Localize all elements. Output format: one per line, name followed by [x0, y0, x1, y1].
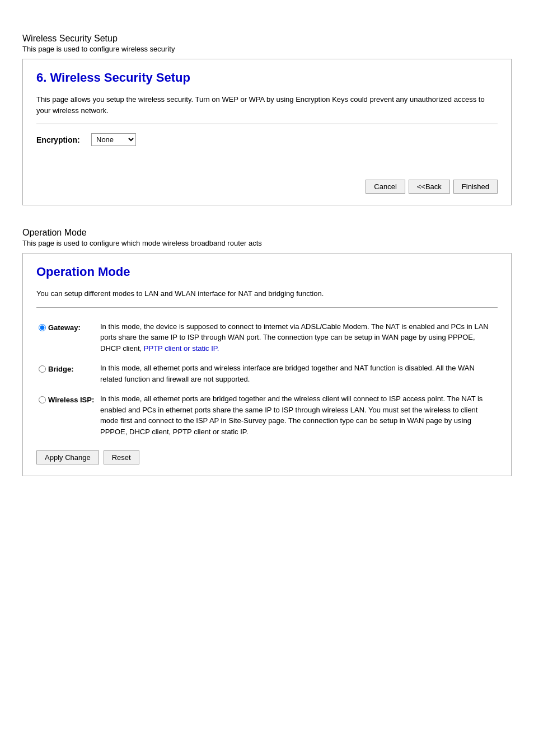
bridge-row: Bridge: In this mode, all ethernet ports… [36, 358, 498, 389]
section2-heading: Operation Mode [22, 228, 512, 238]
operation-mode-panel: Operation Mode You can setup different m… [22, 253, 512, 476]
panel1-description: This page allows you setup the wireless … [36, 94, 498, 116]
bridge-label[interactable]: Bridge: [39, 364, 96, 375]
wireless-isp-desc-text: In this mode, all ethernet ports are bri… [100, 395, 483, 436]
encryption-row: Encryption: None WEP WPA WPA2 [36, 133, 498, 146]
finished-button[interactable]: Finished [453, 180, 498, 194]
gateway-description: In this mode, the device is supposed to … [98, 317, 498, 359]
cancel-button[interactable]: Cancel [366, 180, 405, 194]
apply-change-button[interactable]: Apply Change [36, 450, 99, 464]
wireless-isp-radio[interactable] [39, 396, 46, 403]
gateway-label[interactable]: Gateway: [39, 322, 96, 334]
bridge-radio-cell: Bridge: [36, 358, 98, 389]
section1-subheading: This page is used to configure wireless … [22, 45, 512, 53]
panel1-divider [36, 124, 498, 124]
panel2-button-row: Apply Change Reset [36, 450, 498, 464]
back-button[interactable]: <<Back [409, 180, 450, 194]
gateway-radio-cell: Gateway: [36, 317, 98, 359]
gateway-row: Gateway: In this mode, the device is sup… [36, 317, 498, 359]
pptp-text: PPTP client or static IP. [144, 344, 219, 353]
wireless-isp-radio-cell: Wireless ISP: [36, 389, 98, 442]
bridge-description: In this mode, all ethernet ports and wir… [98, 358, 498, 389]
bridge-label-text: Bridge: [48, 364, 74, 375]
gateway-radio[interactable] [39, 324, 46, 331]
bridge-desc-text: In this mode, all ethernet ports and wir… [100, 364, 475, 383]
bridge-radio[interactable] [39, 365, 46, 373]
section2-subheading: This page is used to configure which mod… [22, 239, 512, 247]
section1-heading: Wireless Security Setup [22, 34, 512, 44]
panel2-divider [36, 307, 498, 308]
wireless-isp-description: In this mode, all ethernet ports are bri… [98, 389, 498, 442]
panel1-title: 6. Wireless Security Setup [36, 71, 498, 85]
mode-table: Gateway: In this mode, the device is sup… [36, 317, 498, 442]
panel1-button-row: Cancel <<Back Finished [36, 180, 498, 194]
wireless-isp-row: Wireless ISP: In this mode, all ethernet… [36, 389, 498, 442]
gateway-label-text: Gateway: [48, 322, 81, 334]
wireless-isp-label[interactable]: Wireless ISP: [39, 395, 96, 406]
wireless-security-panel: 6. Wireless Security Setup This page all… [22, 59, 512, 205]
encryption-label: Encryption: [36, 135, 87, 144]
encryption-select[interactable]: None WEP WPA WPA2 [91, 133, 136, 146]
reset-button[interactable]: Reset [104, 450, 139, 464]
wireless-isp-label-text: Wireless ISP: [48, 395, 94, 406]
panel2-title: Operation Mode [36, 265, 498, 279]
panel2-description: You can setup different modes to LAN and… [36, 288, 498, 299]
gateway-desc-text: In this mode, the device is supposed to … [100, 322, 489, 353]
